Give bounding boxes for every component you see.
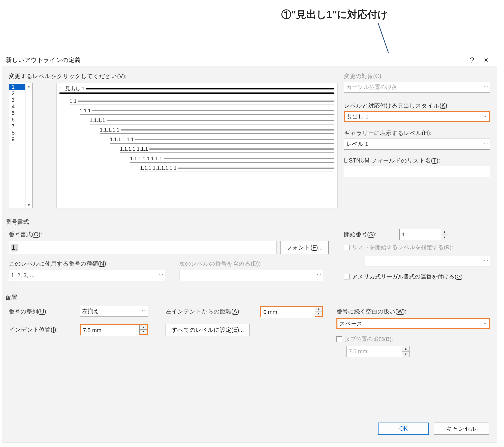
link-style-combo[interactable]: 見出し 1 ﹀ — [344, 111, 490, 122]
chevron-down-icon: ﹀ — [159, 272, 163, 278]
level-scrollbar[interactable]: ▲ ▼ — [25, 83, 32, 208]
tab-position-checkbox[interactable]: タブ位置の追加(B): — [336, 335, 393, 343]
chevron-down-icon: ﹀ — [142, 308, 146, 314]
start-number-spinner[interactable]: 1 ▲▼ — [399, 229, 448, 240]
change-target-label: 変更の対象(C): — [344, 72, 490, 80]
spin-down-icon[interactable]: ▼ — [441, 235, 448, 240]
left-indent-label: 左インデントからの距離(A): — [166, 308, 241, 315]
preview-line — [110, 143, 334, 144]
level-item-7[interactable]: 7 — [9, 123, 25, 130]
preview-line — [100, 133, 334, 134]
checkbox-box[interactable] — [344, 274, 350, 279]
preview-line — [149, 148, 334, 150]
number-format-label: 番号書式(O): — [9, 231, 42, 238]
spin-up-icon[interactable]: ▲ — [315, 307, 322, 311]
restart-level-combo[interactable]: ﹀ — [365, 256, 490, 267]
preview-line — [90, 124, 334, 124]
spin-up-icon[interactable]: ▲ — [402, 346, 409, 352]
number-align-combo[interactable]: 左揃え ﹀ — [80, 306, 148, 317]
link-style-value: 見出し 1 — [347, 113, 368, 120]
level-listbox[interactable]: 1 2 3 4 5 6 7 8 9 ▲ ▼ — [9, 83, 33, 208]
gallery-level-value: レベル 1 — [346, 140, 368, 148]
position-section: 配置 — [6, 294, 17, 301]
preview-head-1: 見出し 1 — [65, 85, 85, 92]
dialog-content: 変更するレベルをクリックしてください(V): 1 2 3 4 5 6 7 8 9… — [2, 67, 497, 442]
preview-line — [135, 139, 334, 140]
legal-numbering-label: アメリカ式リーガル書式の連番を付ける(G) — [352, 273, 463, 280]
gallery-level-label: ギャラリーに表示するレベル(H): — [344, 129, 490, 137]
restart-level-checkbox[interactable]: リストを開始するレベルを指定する(R): — [344, 244, 453, 251]
preview-line — [59, 92, 334, 94]
left-indent-spinner[interactable]: 0 mm ▲▼ — [260, 306, 323, 317]
close-button[interactable]: × — [479, 55, 493, 65]
chevron-down-icon: ﹀ — [483, 114, 488, 120]
tab-position-spinner[interactable]: 7.5 mm ▲▼ — [346, 346, 410, 357]
checkbox-box[interactable] — [344, 245, 350, 250]
level-item-3[interactable]: 3 — [9, 97, 25, 103]
link-style-label: レベルと対応付ける見出しスタイル(K): — [344, 102, 490, 110]
preview-line — [121, 129, 334, 131]
level-item-2[interactable]: 2 — [9, 90, 25, 97]
preview-num-1: 1. — [59, 86, 64, 91]
tab-position-value[interactable]: 7.5 mm — [346, 346, 402, 357]
level-item-5[interactable]: 5 — [9, 110, 25, 116]
preview-num-6: 1.1.1.1.1.1 — [110, 137, 134, 142]
preview-num-3: 1.1.1 — [80, 108, 91, 114]
level-item-9[interactable]: 9 — [9, 136, 25, 143]
annotation-1: ①"見出し1"に対応付け — [281, 8, 388, 21]
spin-down-icon[interactable]: ▼ — [140, 330, 147, 334]
legal-numbering-checkbox[interactable]: アメリカ式リーガル書式の連番を付ける(G) — [344, 273, 463, 280]
include-level-label: 次のレベルの番号を含める(D): — [179, 260, 260, 268]
choose-level-label: 変更するレベルをクリックしてください(V): — [9, 72, 127, 80]
preview-line — [120, 152, 334, 153]
spin-down-icon[interactable]: ▼ — [402, 352, 409, 357]
indent-position-spinner[interactable]: 7.5 mm ▲▼ — [80, 324, 148, 335]
preview-line — [80, 114, 334, 115]
number-format-input[interactable]: 1. — [9, 241, 276, 254]
indent-position-value[interactable]: 7.5 mm — [81, 325, 139, 336]
spin-down-icon[interactable]: ▼ — [315, 311, 322, 316]
spin-up-icon[interactable]: ▲ — [441, 229, 448, 235]
scroll-down-icon[interactable]: ▼ — [27, 203, 31, 207]
titlebar: 新しいアウトラインの定義 ? × — [2, 53, 497, 67]
start-number-value[interactable]: 1 — [399, 229, 441, 240]
preview-num-8: 1.1.1.1.1.1.1.1 — [130, 156, 162, 162]
font-button[interactable]: フォント(F)... — [280, 241, 329, 254]
preview-line — [78, 101, 334, 102]
number-type-label: このレベルに使用する番号の種類(N): — [9, 260, 108, 268]
left-indent-value[interactable]: 0 mm — [261, 307, 315, 318]
listnum-input[interactable] — [344, 166, 490, 177]
number-type-combo[interactable]: 1, 2, 3, … ﹀ — [9, 270, 165, 281]
level-item-6[interactable]: 6 — [9, 116, 25, 123]
gallery-level-combo[interactable]: レベル 1 ﹀ — [344, 139, 490, 150]
level-item-1[interactable]: 1 — [9, 84, 25, 90]
preview-line — [164, 158, 334, 159]
number-format-value: 1. — [11, 244, 18, 251]
tab-position-label: タブ位置の追加(B): — [344, 335, 393, 343]
spin-up-icon[interactable]: ▲ — [140, 325, 147, 330]
follow-number-combo[interactable]: スペース ﹀ — [336, 318, 490, 329]
define-new-outline-dialog: 新しいアウトラインの定義 ? × 変更するレベルをクリックしてください(V): … — [2, 53, 497, 442]
chevron-down-icon: ﹀ — [484, 84, 488, 90]
include-level-combo[interactable]: ﹀ — [179, 270, 323, 281]
preview-num-4: 1.1.1.1 — [90, 117, 105, 123]
help-button[interactable]: ? — [465, 55, 479, 65]
listnum-label: LISTNUM フィールドのリスト名(T): — [344, 157, 490, 165]
preview-line — [86, 88, 334, 89]
indent-position-label: インデント位置(I): — [9, 326, 58, 334]
cancel-button[interactable]: キャンセル — [434, 423, 489, 435]
set-all-levels-button[interactable]: すべてのレベルに設定(E)... — [166, 324, 250, 336]
ok-button[interactable]: OK — [378, 423, 429, 435]
level-item-4[interactable]: 4 — [9, 103, 25, 110]
scroll-up-icon[interactable]: ▲ — [27, 84, 31, 88]
preview-num-5: 1.1.1.1.1 — [100, 127, 119, 133]
number-type-value: 1, 2, 3, … — [11, 272, 35, 279]
preview-line — [92, 110, 334, 111]
number-format-section: 番号書式 — [6, 218, 29, 226]
checkbox-box[interactable] — [336, 336, 342, 342]
level-item-8[interactable]: 8 — [9, 130, 25, 136]
number-align-value: 左揃え — [82, 307, 99, 315]
chevron-down-icon: ﹀ — [317, 272, 322, 278]
change-target-combo[interactable]: カーソル位置の段落 ﹀ — [344, 82, 490, 93]
preview-num-9: 1.1.1.1.1.1.1.1.1 — [140, 165, 177, 171]
